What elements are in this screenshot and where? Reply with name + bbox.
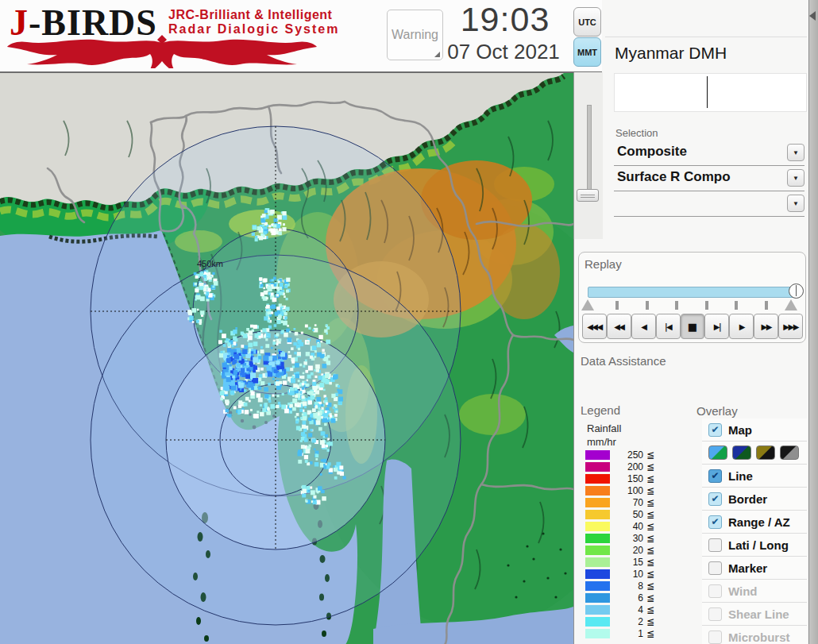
selection-preview-box[interactable] xyxy=(614,73,807,112)
legend-comparator: ≦ xyxy=(646,533,654,544)
checkbox-range-az[interactable]: ✔ xyxy=(708,515,722,529)
map-style-blue-green[interactable] xyxy=(708,445,727,460)
legend-comparator: ≦ xyxy=(646,628,654,639)
fastest-forward-button[interactable]: ▶▶▶ xyxy=(778,314,803,339)
legend-value: 1 xyxy=(610,628,643,639)
checkbox-microburst[interactable] xyxy=(708,631,722,644)
selection-section-label: Selection xyxy=(615,127,658,139)
overlay-row-wind[interactable]: Wind xyxy=(702,580,807,603)
overlay-checkbox-list: ✔Map✔Line✔Border✔Range / AZLati / LongMa… xyxy=(702,418,807,644)
legend-swatch xyxy=(585,522,610,531)
toolbar-divider xyxy=(605,37,807,37)
legend-row: 150≦ xyxy=(579,473,666,485)
legend-comparator: ≦ xyxy=(646,604,654,615)
legend-comparator: ≦ xyxy=(646,509,654,520)
map-style-black-gray[interactable] xyxy=(780,445,799,460)
legend-row: 4≦ xyxy=(579,604,666,615)
panel-collapse-arrow-icon[interactable] xyxy=(809,11,816,21)
overlay-row-microburst[interactable]: Microburst xyxy=(702,626,807,644)
slider-tick xyxy=(615,301,619,310)
checkbox-lati-long[interactable] xyxy=(708,538,722,552)
site-title: Myanmar DMH xyxy=(615,44,727,63)
legend-comparator: ≦ xyxy=(646,557,654,568)
legend-value: 70 xyxy=(610,497,643,508)
zoom-slider-track[interactable] xyxy=(587,105,592,191)
slider-start-marker-icon[interactable] xyxy=(581,299,594,310)
overlay-row-marker[interactable]: Marker xyxy=(702,557,807,580)
dropdown-empty[interactable]: ▼ xyxy=(614,192,804,217)
step-backward-button[interactable]: |◀ xyxy=(656,314,681,339)
checkbox-border[interactable]: ✔ xyxy=(708,492,722,506)
legend-swatch xyxy=(585,486,610,496)
radar-map-view[interactable]: 450km xyxy=(0,72,573,644)
legend-comparator: ≦ xyxy=(646,580,654,592)
dropdown-value: Composite xyxy=(617,144,687,160)
overlay-row-map[interactable]: ✔Map xyxy=(702,418,807,442)
legend-scale: 250≦200≦150≦100≦70≦50≦40≦30≦20≦15≦10≦8≦6… xyxy=(579,449,666,639)
legend-value: 100 xyxy=(610,485,643,496)
dropdown-composite[interactable]: Composite▼ xyxy=(614,141,804,166)
legend-comparator: ≦ xyxy=(646,473,654,484)
legend-value: 10 xyxy=(610,569,643,580)
legend-comparator: ≦ xyxy=(646,521,654,532)
legend-swatch xyxy=(585,510,610,519)
checkbox-map[interactable]: ✔ xyxy=(708,423,722,437)
utc-label: UTC xyxy=(578,17,596,27)
legend-value: 6 xyxy=(610,592,643,604)
legend-swatch xyxy=(585,605,610,615)
overlay-row-line[interactable]: ✔Line xyxy=(702,465,807,488)
overlay-section-label: Overlay xyxy=(696,404,738,418)
map-style-olive-black[interactable] xyxy=(756,445,775,460)
overlay-row-shear-line[interactable]: Shear Line xyxy=(702,603,807,626)
replay-slider-handle[interactable] xyxy=(789,283,804,299)
app-logo-subtitle: JRC-Brilliant & Intelligent Radar Dialog… xyxy=(168,8,339,37)
dropdown-arrow-icon[interactable]: ▼ xyxy=(787,144,804,161)
timezone-utc-button[interactable]: UTC xyxy=(573,7,601,37)
legend-row: 200≦ xyxy=(579,461,666,473)
legend-title-line2: mm/hr xyxy=(587,435,621,449)
legend-swatch xyxy=(585,474,610,484)
step-forward-button[interactable]: ▶| xyxy=(704,314,729,339)
selection-dropdowns: Composite▼Surface R Compo▼▼ xyxy=(614,141,804,218)
legend-comparator: ≦ xyxy=(646,461,654,472)
legend-row: 1≦ xyxy=(579,627,666,639)
overlay-row-border[interactable]: ✔Border xyxy=(702,488,807,511)
dropdown-arrow-icon[interactable]: ▼ xyxy=(787,195,804,212)
timezone-mmt-button[interactable]: MMT xyxy=(573,37,601,67)
legend-comparator: ≦ xyxy=(646,497,654,508)
play-backward-button[interactable]: ◀ xyxy=(631,314,656,339)
replay-slider-track[interactable] xyxy=(588,287,797,298)
overlay-label: Microburst xyxy=(728,631,790,644)
slider-end-marker-icon[interactable] xyxy=(785,299,797,310)
eagle-logo-icon xyxy=(6,35,318,68)
legend-row: 70≦ xyxy=(579,497,666,509)
checkbox-line[interactable]: ✔ xyxy=(708,469,722,483)
legend-value: 20 xyxy=(610,545,643,556)
map-style-navy-darkgreen[interactable] xyxy=(732,445,751,460)
legend-swatch xyxy=(585,629,610,638)
overlay-row-lati-long[interactable]: Lati / Long xyxy=(702,534,807,557)
mmt-label: MMT xyxy=(577,48,597,57)
panel-edge-scroll-strip[interactable] xyxy=(808,0,818,644)
legend-row: 30≦ xyxy=(579,533,666,545)
rewind-button[interactable]: ◀◀ xyxy=(607,314,631,339)
radar-map-image[interactable]: 450km xyxy=(0,73,573,644)
fast-rewind-button[interactable]: ◀◀◀ xyxy=(582,314,607,339)
legend-value: 40 xyxy=(610,521,643,532)
dropdown-surface-r-compo[interactable]: Surface R Compo▼ xyxy=(614,167,804,191)
legend-title-line1: Rainfall xyxy=(587,422,621,435)
stop-button[interactable]: ■ xyxy=(681,314,705,339)
zoom-slider-handle[interactable] xyxy=(577,189,599,202)
overlay-row-range-az[interactable]: ✔Range / AZ xyxy=(702,511,807,534)
legend-section-label: Legend xyxy=(581,403,620,417)
legend-value: 2 xyxy=(610,616,643,627)
legend-title: Rainfall mm/hr xyxy=(587,422,621,449)
checkbox-shear-line[interactable] xyxy=(708,607,722,621)
fast-forward-button[interactable]: ▶▶ xyxy=(754,314,778,339)
checkbox-marker[interactable] xyxy=(708,561,722,575)
play-forward-button[interactable]: ▶ xyxy=(729,314,754,339)
checkbox-wind[interactable] xyxy=(708,584,722,598)
overlay-label: Border xyxy=(728,492,767,506)
dropdown-arrow-icon[interactable]: ▼ xyxy=(787,169,804,187)
legend-value: 30 xyxy=(610,533,643,544)
